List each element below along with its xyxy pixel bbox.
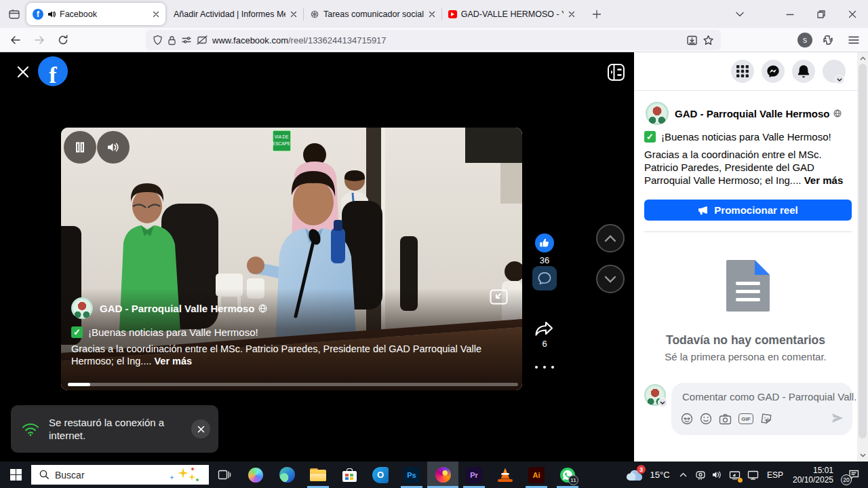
action-center-button[interactable]: 20 <box>838 462 868 488</box>
comment-composer[interactable]: Comentar como GAD - Parroquial Vall... G… <box>671 383 852 435</box>
more-options-icon[interactable] <box>535 366 554 369</box>
firefox-view-icon[interactable] <box>4 4 24 24</box>
forward-button[interactable] <box>29 30 50 50</box>
network-tray-icon[interactable] <box>744 462 762 488</box>
next-reel-button[interactable] <box>596 265 625 293</box>
microsoft-store-button[interactable] <box>334 462 365 488</box>
clock[interactable]: 15:0120/10/2025 <box>788 462 838 488</box>
firefox-icon <box>435 467 451 483</box>
window-restore-button[interactable] <box>806 0 837 28</box>
tab-tareas[interactable]: Tareas comunicador social GAD <box>304 3 441 25</box>
apps-grid-button[interactable] <box>731 60 754 83</box>
see-more-link[interactable]: Ver más <box>804 174 844 186</box>
reel-video[interactable]: VIA DE ESCAPE <box>61 128 522 390</box>
messenger-button[interactable] <box>762 60 785 83</box>
page-name[interactable]: GAD - Parroquial Valle Hermoso <box>675 108 829 119</box>
extension-s-icon[interactable]: s <box>797 33 812 48</box>
lock-icon[interactable] <box>167 35 176 45</box>
toast-close-button[interactable] <box>191 419 210 438</box>
scroll-down-icon[interactable] <box>857 450 868 461</box>
picture-in-picture-icon[interactable] <box>490 289 508 305</box>
save-page-icon[interactable] <box>686 35 698 46</box>
list-all-tabs-icon[interactable] <box>724 0 755 28</box>
page-avatar[interactable] <box>646 102 669 125</box>
outlook-button[interactable]: O <box>365 462 396 488</box>
like-button[interactable] <box>535 233 554 252</box>
scroll-up-icon[interactable] <box>857 53 868 64</box>
url-bar[interactable]: www.facebook.com/reel/1336244134715917 <box>146 30 721 50</box>
emoji-icon[interactable] <box>700 413 712 425</box>
tab-facebook[interactable]: f Facebook <box>26 3 165 25</box>
composer-placeholder[interactable]: Comentar como GAD - Parroquial Vall... <box>682 391 863 402</box>
start-button[interactable] <box>0 462 31 488</box>
tab-close-icon[interactable] <box>429 11 435 18</box>
video-progress-bar[interactable] <box>68 383 518 386</box>
extensions-puzzle-icon[interactable] <box>818 30 838 50</box>
send-comment-icon[interactable] <box>831 413 844 424</box>
url-text[interactable]: www.facebook.com/reel/1336244134715917 <box>212 35 682 45</box>
reel-close-icon[interactable] <box>15 64 31 80</box>
volume-tray-icon[interactable] <box>709 462 726 488</box>
premiere-button[interactable]: Pr <box>458 462 490 488</box>
cast-tray-icon[interactable] <box>726 462 744 488</box>
promote-reel-button[interactable]: Promocionar reel <box>644 200 852 221</box>
collapse-panel-icon[interactable] <box>607 63 625 81</box>
toast-message: Se restauró la conexión a internet. <box>49 416 184 442</box>
sticker-icon[interactable] <box>760 413 772 425</box>
tray-device-icon[interactable] <box>692 462 709 488</box>
pause-button[interactable] <box>64 131 96 164</box>
tab-informes[interactable]: Añadir Actividad | Informes Mensua <box>167 3 303 25</box>
volume-button[interactable] <box>97 131 130 164</box>
previous-reel-button[interactable] <box>596 224 625 252</box>
taskbar-search[interactable]: Buscar <box>31 465 209 485</box>
photoshop-button[interactable]: Ps <box>396 462 427 488</box>
vlc-button[interactable] <box>490 462 521 488</box>
tray-expand-icon[interactable] <box>674 462 692 488</box>
window-minimize-button[interactable] <box>774 0 806 28</box>
edge-button[interactable] <box>271 462 302 488</box>
page-avatar[interactable] <box>71 297 93 319</box>
scrollbar-thumb[interactable] <box>859 64 867 438</box>
bookmark-star-icon[interactable] <box>703 35 714 46</box>
language-indicator[interactable]: ESP <box>762 462 788 488</box>
whatsapp-button[interactable]: 11 <box>552 462 583 488</box>
new-tab-button[interactable] <box>587 4 607 24</box>
page-name[interactable]: GAD - Parroquial Valle Hermoso <box>100 303 254 314</box>
avatar-sticker-icon[interactable] <box>681 413 693 425</box>
blocked-media-icon[interactable] <box>197 35 208 45</box>
search-highlights-icon[interactable] <box>168 468 199 483</box>
back-button[interactable] <box>5 30 26 50</box>
tab-audio-icon[interactable] <box>47 10 56 18</box>
file-explorer-icon <box>310 468 326 481</box>
copilot-button[interactable] <box>240 462 271 488</box>
firefox-button[interactable] <box>427 462 458 488</box>
permissions-icon[interactable] <box>181 35 192 45</box>
tab-close-icon[interactable] <box>153 11 159 18</box>
reel-page-row[interactable]: GAD - Parroquial Valle Hermoso <box>71 297 267 319</box>
see-more-link[interactable]: Ver más <box>155 356 193 367</box>
camera-icon[interactable] <box>719 413 732 425</box>
tab-close-icon[interactable] <box>568 11 575 18</box>
comments-button[interactable] <box>532 266 557 290</box>
file-explorer-button[interactable] <box>302 462 334 488</box>
weather-tray-icon[interactable]: 3 <box>623 462 646 488</box>
gif-icon[interactable]: GIF <box>738 413 753 424</box>
illustrator-button[interactable]: Ai <box>521 462 552 488</box>
window-close-button[interactable] <box>837 0 868 28</box>
task-view-button[interactable] <box>209 462 240 488</box>
share-button[interactable] <box>534 318 555 339</box>
tab-close-icon[interactable] <box>290 11 297 18</box>
shield-icon[interactable] <box>153 35 163 45</box>
notifications-button[interactable] <box>792 60 815 83</box>
thumbs-up-icon <box>539 238 550 248</box>
page-scrollbar[interactable] <box>857 52 868 462</box>
sidebar-page-row[interactable]: GAD - Parroquial Valle Hermoso <box>646 102 842 125</box>
facebook-logo[interactable]: f <box>38 56 68 86</box>
reload-button[interactable] <box>53 30 73 50</box>
video-progress-fill <box>68 383 90 386</box>
menu-hamburger-icon[interactable] <box>844 30 864 50</box>
tab-youtube[interactable]: GAD-VALLE HERMOSO - YouTub <box>442 3 581 25</box>
composer-chevron-badge[interactable] <box>658 398 667 407</box>
check-emoji: ✓ <box>644 131 656 143</box>
temperature-label[interactable]: 15°C <box>646 462 674 488</box>
